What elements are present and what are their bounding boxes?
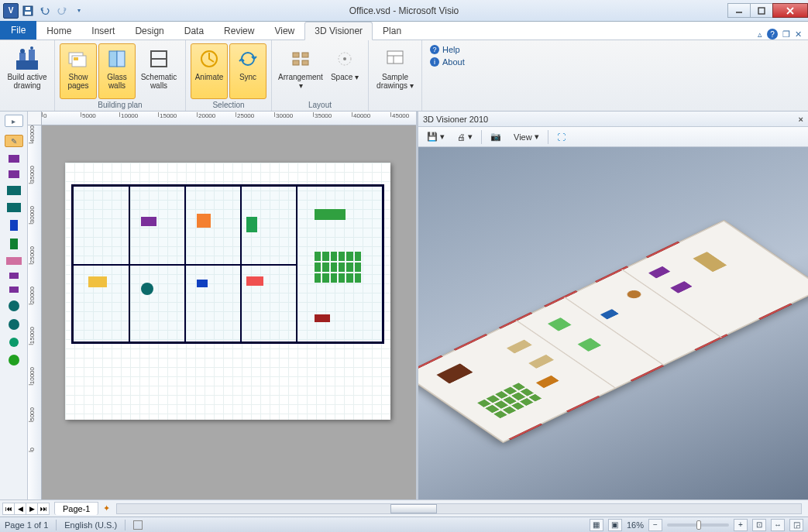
page-nav: ⏮ ◀ ▶ ⏭ [0,503,53,515]
fit-width-button[interactable]: ↔ [771,519,785,531]
stencil-cabinet-blue[interactable] [10,220,18,231]
stencil-sofa-pink[interactable] [6,257,22,265]
stencil-chair-purple-2[interactable] [9,287,19,293]
redo-icon[interactable] [54,3,70,19]
svg-point-9 [30,46,33,50]
space-button[interactable]: Space ▾ [326,43,363,99]
ribbon-tab-design[interactable]: Design [125,22,174,39]
svg-rect-5 [16,60,38,70]
stencil-desk-purple-2[interactable] [9,170,19,178]
glass-walls-button[interactable]: Glass walls [98,43,136,99]
stencil-plant-green[interactable] [9,355,19,366]
page-last-button[interactable]: ⏭ [37,503,50,515]
help-icon[interactable]: ? [767,29,778,39]
zoom-out-button[interactable]: − [648,519,662,531]
stencil-table-teal-2[interactable] [7,203,21,212]
visioner-camera-button[interactable]: 📷 [485,129,507,144]
ribbon-tab-insert[interactable]: Insert [81,22,125,39]
page-prev-button[interactable]: ◀ [14,503,26,515]
scroll-thumb[interactable] [390,504,437,513]
undo-icon[interactable] [37,3,53,19]
ribbon-tab-review[interactable]: Review [214,22,264,39]
ribbon-tabstrip: File HomeInsertDesignDataReviewView3D Vi… [0,22,808,40]
stencil-desk-purple[interactable] [9,155,19,163]
app-icon[interactable]: V [3,3,19,19]
ruler-vertical[interactable]: 4000035000300002500020000150001000050000 [28,125,42,499]
build-active-drawing-button[interactable]: Build active drawing [5,43,50,99]
view-normal-button[interactable]: ▦ [590,519,603,531]
svg-rect-4 [758,8,765,14]
horizontal-scrollbar[interactable] [116,503,802,514]
visioner-print-button[interactable]: 🖨▾ [452,129,478,144]
visioner-toolbar: 💾▾ 🖨▾ 📷 View ▾ ⛶ [418,127,808,147]
language-info[interactable]: English (U.S.) [64,520,117,530]
animate-button[interactable]: Animate [191,43,228,99]
ribbon-tab-home[interactable]: Home [36,22,81,39]
stencil-round-teal-2[interactable] [9,319,19,330]
view-fullscreen-button[interactable]: ▣ [608,519,622,531]
arrangement-button[interactable]: Arrangement ▾ [277,43,325,99]
zoom-knob[interactable] [696,520,701,530]
ruler-tick: 10000 [29,367,33,385]
show-pages-button[interactable]: Show pages [60,43,97,99]
help-link[interactable]: ?Help [430,45,465,54]
ruler-horizontal[interactable]: 0500010000150002000025000300003500040000… [42,112,416,125]
ribbon-tab-data[interactable]: Data [174,22,214,39]
visioner-save-button[interactable]: 💾▾ [421,129,450,144]
ribbon-group-building-plan: Show pages Glass walls Schematic walls B… [55,40,186,111]
zoom-slider[interactable] [667,523,729,527]
macro-record-icon[interactable] [133,520,143,530]
window-restore-icon[interactable]: ❐ [782,29,790,39]
maximize-button[interactable] [750,3,773,18]
ribbon-tab-view[interactable]: View [264,22,304,39]
drawing-page[interactable] [65,163,390,420]
stencil-plant-teal[interactable] [9,338,19,347]
zoom-in-button[interactable]: + [734,519,748,531]
minimize-button[interactable] [727,3,751,18]
switch-windows-button[interactable]: ◲ [789,519,803,531]
zoom-level[interactable]: 16% [627,520,644,530]
group-label-layout: Layout [277,99,363,109]
stencil-search-icon[interactable]: ✎ [5,135,23,147]
stencil-cabinet-green[interactable] [10,239,18,249]
fit-page-button[interactable]: ⊡ [752,519,766,531]
save-icon[interactable] [20,3,36,19]
sample-drawings-button[interactable]: Sample drawings ▾ [373,43,417,99]
page-next-button[interactable]: ▶ [26,503,38,515]
ribbon-tab-3d-visioner[interactable]: 3D Visioner [304,22,373,40]
ruler-tick: 5000 [81,112,96,117]
canvas-area[interactable] [42,125,416,499]
stencil-chair-purple[interactable] [9,273,19,279]
page-tabs-bar: ⏮ ◀ ▶ ⏭ Page-1 ✦ [0,499,808,517]
space-label: Space ▾ [331,73,359,81]
visioner-3d-viewport[interactable] [418,147,808,499]
page-first-button[interactable]: ⏮ [2,503,15,515]
visioner-close-button[interactable]: × [799,115,803,124]
page-tab-1[interactable]: Page-1 [54,502,98,515]
about-link[interactable]: iAbout [430,57,465,67]
group-label-empty [373,99,417,109]
window-close-small-icon[interactable]: ✕ [795,29,802,39]
visioner-fullscreen-button[interactable]: ⛶ [552,130,571,144]
svg-point-22 [343,57,346,60]
ruler-tick: 30000 [274,112,293,117]
stencil-table-teal[interactable] [7,186,21,195]
svg-rect-20 [293,60,299,65]
file-tab[interactable]: File [0,21,36,39]
camera-icon: 📷 [490,132,501,142]
stencil-toggle-button[interactable]: ▸ [5,115,23,127]
close-button[interactable] [772,3,808,18]
stencil-round-teal[interactable] [9,300,19,311]
window-controls [728,3,808,18]
new-page-icon[interactable]: ✦ [103,503,110,513]
glass-walls-label: Glass walls [101,73,133,90]
fullscreen-icon: ⛶ [557,132,566,142]
ribbon-tab-plan[interactable]: Plan [373,22,411,39]
sync-button[interactable]: Sync [229,43,266,99]
schematic-walls-button[interactable]: Schematic walls [137,43,181,99]
qat-customize-icon[interactable]: ▾ [71,3,87,19]
print-icon: 🖨 [457,132,466,142]
minimize-ribbon-icon[interactable]: ▵ [758,29,762,39]
visioner-view-button[interactable]: View ▾ [508,129,545,144]
save-icon: 💾 [427,132,438,142]
